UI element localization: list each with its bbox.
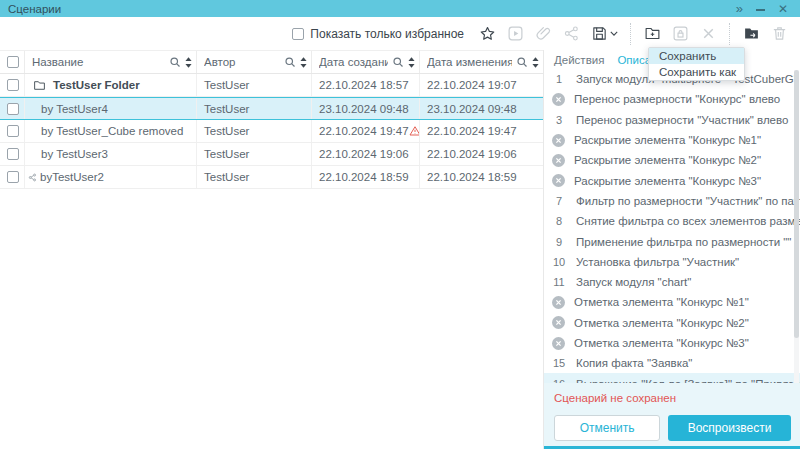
x-icon: [700, 25, 717, 42]
action-item[interactable]: Раскрытие элемента "Конкурс №2": [544, 150, 800, 170]
menu-item-save[interactable]: Сохранить: [649, 48, 744, 64]
row-checkbox[interactable]: [7, 125, 19, 137]
share-icon: [563, 25, 580, 42]
action-text: Перенос размерности "Участник" влево: [576, 114, 800, 126]
action-item[interactable]: Отметка элемента "Конкурс №1": [544, 292, 800, 312]
row-checkbox[interactable]: [7, 171, 19, 183]
favorites-filter[interactable]: Показать только избранное: [292, 27, 464, 41]
favorite-star-button[interactable]: [478, 25, 496, 43]
row-created: 22.10.2024 18:57: [319, 79, 409, 91]
row-modified: 22.10.2024 18:59: [427, 171, 517, 183]
row-name: by TestUser3: [41, 148, 108, 160]
favorites-checkbox[interactable]: [292, 28, 304, 40]
action-item[interactable]: 8 Снятие фильтра со всех элементов разме…: [544, 211, 800, 231]
action-item[interactable]: 3 Перенос размерности "Участник" влево: [544, 110, 800, 130]
play-scenario-button[interactable]: Воспроизвести: [668, 415, 791, 441]
header-select-all: [0, 51, 25, 73]
action-text: Снятие фильтра со всех элементов размерн…: [576, 215, 800, 227]
action-text: Отметка элемента "Конкурс №3": [574, 337, 761, 349]
folder-icon: [33, 79, 46, 92]
column-header-author[interactable]: Автор: [197, 51, 312, 73]
action-item[interactable]: Перенос размерности "Конкурс" влево: [544, 89, 800, 109]
table-row[interactable]: TestUser Folder TestUser 22.10.2024 18:5…: [0, 74, 543, 97]
action-text: Раскрытие элемента "Конкурс №1": [574, 134, 773, 146]
action-item[interactable]: 10 Установка фильтра "Участник": [544, 252, 800, 272]
action-item[interactable]: 16 Выражение "Кол-во [Заявка]" по "Привя…: [544, 373, 800, 383]
paperclip-icon: [535, 25, 552, 42]
action-item[interactable]: Отметка элемента "Конкурс №3": [544, 333, 800, 353]
action-text: Раскрытие элемента "Конкурс №3": [574, 175, 773, 187]
warning-icon: [409, 125, 420, 137]
action-number: 15: [551, 357, 567, 369]
disabled-step-icon: [552, 296, 565, 309]
action-item[interactable]: 7 Фильтр по размерности "Участник" по па…: [544, 191, 800, 211]
chevron-down-icon[interactable]: [610, 31, 618, 36]
shared-icon: [28, 173, 37, 182]
sort-icon[interactable]: [185, 57, 192, 68]
sort-icon[interactable]: [300, 57, 307, 68]
menu-item-save-as[interactable]: Сохранить как: [649, 64, 744, 80]
action-item[interactable]: Раскрытие элемента "Конкурс №3": [544, 170, 800, 190]
column-header-modified[interactable]: Дата изменения: [420, 51, 543, 73]
more-chevrons-icon[interactable]: »: [736, 2, 743, 15]
action-number: 10: [551, 256, 567, 268]
details-panel: Действия Описание 1 Запуск модуля "multi…: [543, 50, 800, 449]
row-checkbox[interactable]: [7, 148, 19, 160]
table-body: TestUser Folder TestUser 22.10.2024 18:5…: [0, 74, 543, 189]
export-folder-button[interactable]: [742, 25, 760, 43]
disabled-step-icon: [552, 154, 565, 167]
sort-icon[interactable]: [532, 57, 539, 68]
delete-button[interactable]: [770, 25, 788, 43]
action-item[interactable]: 9 Применение фильтра по размерности "": [544, 231, 800, 251]
table-row[interactable]: byTestUser2 TestUser 22.10.2024 18:59 22…: [0, 166, 543, 189]
search-icon[interactable]: [392, 56, 404, 68]
play-button[interactable]: [506, 25, 524, 43]
share-button[interactable]: [562, 25, 580, 43]
tab-actions[interactable]: Действия: [554, 54, 604, 66]
row-name: by TestUser_Cube removed: [41, 125, 183, 137]
toolbar-separator: [630, 23, 631, 45]
select-all-checkbox[interactable]: [7, 56, 19, 68]
close-icon[interactable]: ✕: [778, 3, 788, 15]
row-author: TestUser: [204, 79, 249, 91]
sort-icon[interactable]: [408, 57, 415, 68]
scenarios-table: Название Автор Дата создания Дата измене…: [0, 50, 543, 189]
row-checkbox[interactable]: [7, 79, 19, 91]
action-number: 9: [551, 236, 567, 248]
action-item[interactable]: 15 Копия факта "Заявка": [544, 353, 800, 373]
action-text: Установка фильтра "Участник": [576, 256, 751, 268]
folder-plus-icon: [644, 25, 661, 42]
action-item[interactable]: Отметка элемента "Конкурс №2": [544, 313, 800, 333]
actions-list: 1 Запуск модуля "multisphere" "TestCuber…: [544, 69, 800, 383]
action-number: 1: [551, 73, 567, 85]
search-icon[interactable]: [284, 56, 296, 68]
action-item[interactable]: Раскрытие элемента "Конкурс №1": [544, 130, 800, 150]
folder-export-icon: [743, 25, 760, 42]
row-checkbox[interactable]: [7, 103, 19, 115]
scrollbar-thumb[interactable]: [794, 70, 799, 338]
lock-button[interactable]: [671, 25, 689, 43]
cancel-button[interactable]: Отменить: [554, 415, 660, 441]
action-number: 11: [551, 276, 567, 288]
table-row[interactable]: by TestUser3 TestUser 22.10.2024 19:06 2…: [0, 143, 543, 166]
save-button[interactable]: [590, 25, 608, 43]
scrollbar-track[interactable]: [794, 70, 799, 383]
column-header-created[interactable]: Дата создания: [312, 51, 420, 73]
create-folder-button[interactable]: [643, 25, 661, 43]
column-header-name[interactable]: Название: [25, 51, 197, 73]
table-header: Название Автор Дата создания Дата измене…: [0, 50, 543, 74]
favorites-label: Показать только избранное: [310, 27, 464, 41]
search-icon[interactable]: [169, 56, 181, 68]
action-item[interactable]: 11 Запуск модуля "chart": [544, 272, 800, 292]
attach-button[interactable]: [534, 25, 552, 43]
minimize-icon[interactable]: [756, 9, 765, 11]
action-text: Раскрытие элемента "Конкурс №2": [574, 154, 773, 166]
row-author: TestUser: [204, 103, 249, 115]
row-modified: 23.10.2024 09:48: [427, 103, 517, 115]
action-text: Применение фильтра по размерности "": [576, 236, 800, 248]
table-row[interactable]: by TestUser_Cube removed TestUser 22.10.…: [0, 120, 543, 143]
search-icon[interactable]: [516, 56, 528, 68]
clear-button[interactable]: [699, 25, 717, 43]
lock-icon: [672, 25, 689, 42]
table-row[interactable]: by TestUser4 TestUser 23.10.2024 09:48 2…: [0, 97, 543, 120]
